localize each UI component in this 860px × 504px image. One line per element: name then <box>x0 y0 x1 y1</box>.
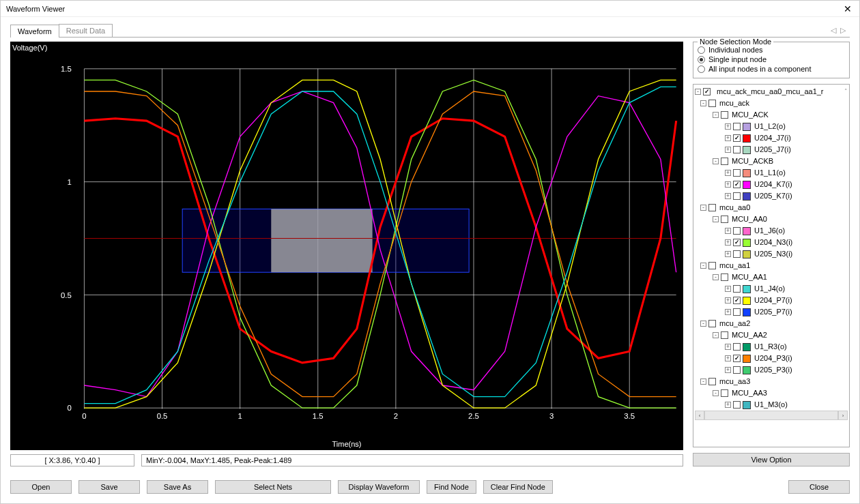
tree-node[interactable]: +U205_N3(i) <box>695 248 848 260</box>
scrollbar-track[interactable] <box>704 411 838 420</box>
save-as-button[interactable]: Save As <box>147 480 208 494</box>
tree-expand-icon[interactable]: + <box>725 286 731 292</box>
tree-checkbox[interactable] <box>708 262 716 269</box>
tree-expand-icon[interactable]: + <box>725 309 731 315</box>
tree-checkbox[interactable] <box>721 331 728 339</box>
tree-checkbox[interactable] <box>733 285 741 293</box>
tree-expand-icon[interactable]: + <box>725 135 731 141</box>
tree-expand-icon[interactable]: - <box>713 390 719 396</box>
tree-checkbox[interactable] <box>733 239 741 246</box>
tree-checkbox[interactable] <box>733 134 741 142</box>
tree-node[interactable]: +U205_K7(i) <box>695 190 848 202</box>
tab-nav-right-icon[interactable]: ▷ <box>840 26 846 35</box>
tree-expand-icon[interactable]: - <box>700 205 706 211</box>
tab-nav-left-icon[interactable]: ◁ <box>831 26 836 35</box>
select-nets-button[interactable]: Select Nets <box>215 480 331 494</box>
tree-checkbox[interactable] <box>733 146 741 153</box>
tree-checkbox[interactable] <box>721 389 728 397</box>
tree-expand-icon[interactable]: + <box>725 251 731 257</box>
find-node-button[interactable]: Find Node <box>427 480 476 494</box>
tree-checkbox[interactable] <box>733 297 741 304</box>
scroll-right-icon[interactable]: › <box>838 411 848 420</box>
tree-node[interactable]: +U1_L1(o) <box>695 167 848 179</box>
tab-waveform[interactable]: Waveform <box>10 25 59 38</box>
tree-node[interactable]: -mcu_aa2 <box>695 318 848 329</box>
tree-checkbox[interactable] <box>733 181 741 188</box>
view-option-button[interactable]: View Option <box>693 453 850 466</box>
clear-find-node-button[interactable]: Clear Find Node <box>483 480 553 494</box>
tree-checkbox[interactable] <box>733 355 741 362</box>
radio-single-input-node[interactable]: Single input node <box>698 55 845 64</box>
tree-expand-icon[interactable]: + <box>725 355 731 361</box>
close-icon[interactable]: ✕ <box>842 3 854 15</box>
display-waveform-button[interactable]: Display Waveform <box>338 480 420 494</box>
tree-node[interactable]: -MCU_AA0 <box>695 213 848 225</box>
tree-node[interactable]: +U204_P7(i) <box>695 295 848 306</box>
tree-expand-icon[interactable]: - <box>713 274 719 280</box>
tree-expand-icon[interactable]: + <box>725 123 731 130</box>
tree-expand-icon[interactable]: + <box>725 297 731 303</box>
save-button[interactable]: Save <box>78 480 140 494</box>
tree-expand-icon[interactable]: - <box>713 332 719 338</box>
tree-node[interactable]: +U1_J6(o) <box>695 225 848 237</box>
close-button[interactable]: Close <box>788 480 850 494</box>
tree-checkbox[interactable] <box>733 250 741 258</box>
tree-expand-icon[interactable]: - <box>713 112 719 118</box>
tree-checkbox[interactable] <box>733 366 741 374</box>
tree-checkbox[interactable] <box>733 308 741 316</box>
tree-checkbox[interactable] <box>703 88 711 95</box>
radio-individual-nodes[interactable]: Individual nodes <box>698 45 845 55</box>
tree-expand-icon[interactable]: - <box>713 216 719 222</box>
tree-expand-icon[interactable]: - <box>700 321 706 327</box>
tree-expand-icon[interactable]: + <box>725 147 731 153</box>
tree-checkbox[interactable] <box>721 158 728 165</box>
tree-expand-icon[interactable]: - <box>700 100 706 106</box>
tree-expand-icon[interactable]: - <box>695 89 701 95</box>
tree-node[interactable]: +U1_M3(o) <box>695 399 848 411</box>
waveform-plot[interactable]: 1.510.5000.511.522.533.5 Voltage(V) Time… <box>10 42 683 450</box>
tree-expand-icon[interactable]: + <box>725 344 731 350</box>
tree-node[interactable]: -MCU_ACK <box>695 109 848 121</box>
tree-node[interactable]: +U205_J7(i) <box>695 144 848 155</box>
tree-checkbox[interactable] <box>733 123 741 130</box>
signal-tree[interactable]: -mcu_ack_mcu_aa0_mcu_aa1_r ˄-mcu_ack-MCU… <box>693 84 850 447</box>
tree-checkbox[interactable] <box>721 216 728 223</box>
tree-node[interactable]: -MCU_AA1 <box>695 271 848 283</box>
tree-expand-icon[interactable]: + <box>725 181 731 188</box>
tree-checkbox[interactable] <box>733 227 741 235</box>
tree-node[interactable]: -mcu_aa0 <box>695 202 848 213</box>
tree-checkbox[interactable] <box>733 401 741 409</box>
tree-node[interactable]: +U1_R3(o) <box>695 341 848 353</box>
tree-node[interactable]: +U204_N3(i) <box>695 237 848 248</box>
tree-node[interactable]: +U204_K7(i) <box>695 179 848 190</box>
tree-checkbox[interactable] <box>708 204 716 211</box>
tree-checkbox[interactable] <box>733 169 741 177</box>
scroll-left-icon[interactable]: ‹ <box>695 411 704 420</box>
tree-expand-icon[interactable]: + <box>725 228 731 234</box>
tree-expand-icon[interactable]: - <box>700 379 706 385</box>
radio-all-input-nodes[interactable]: All input nodes in a component <box>698 64 845 74</box>
tree-expand-icon[interactable]: + <box>725 239 731 246</box>
tree-node[interactable]: +U1_J4(o) <box>695 283 848 295</box>
tree-checkbox[interactable] <box>733 343 741 351</box>
tree-node[interactable]: +U205_P3(i) <box>695 364 848 376</box>
tree-node[interactable]: -MCU_AA3 <box>695 387 848 399</box>
tree-checkbox[interactable] <box>721 111 728 119</box>
tree-node[interactable]: -MCU_ACKB <box>695 155 848 167</box>
tree-expand-icon[interactable]: + <box>725 367 731 373</box>
tree-checkbox[interactable] <box>721 273 728 281</box>
tree-expand-icon[interactable]: - <box>700 263 706 269</box>
tree-node[interactable]: +U1_L2(o) <box>695 121 848 132</box>
tree-node[interactable]: +U204_P3(i) <box>695 353 848 364</box>
tree-node[interactable]: -mcu_ack <box>695 98 848 109</box>
tab-result-data[interactable]: Result Data <box>59 24 113 37</box>
tree-node[interactable]: -mcu_aa3 <box>695 376 848 387</box>
tree-expand-icon[interactable]: - <box>713 158 719 164</box>
tree-checkbox[interactable] <box>733 192 741 200</box>
open-button[interactable]: Open <box>10 480 72 494</box>
tree-checkbox[interactable] <box>708 320 716 327</box>
tree-expand-icon[interactable]: + <box>725 193 731 199</box>
tree-node[interactable]: +U204_J7(i) <box>695 132 848 144</box>
tree-expand-icon[interactable]: + <box>725 170 731 176</box>
tree-expand-icon[interactable]: + <box>725 402 731 408</box>
